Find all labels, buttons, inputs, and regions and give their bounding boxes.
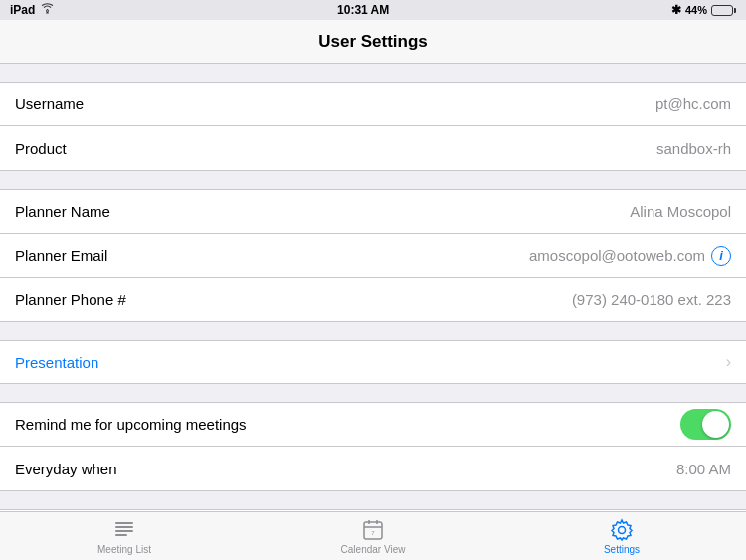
planner-email-label: Planner Email xyxy=(15,247,107,264)
battery-icon xyxy=(711,5,736,16)
tab-meeting-list-label: Meeting List xyxy=(97,544,151,555)
svg-rect-3 xyxy=(115,534,127,536)
username-row: Username pt@hc.com xyxy=(0,83,746,126)
spacer-3 xyxy=(0,322,746,340)
svg-text:7: 7 xyxy=(371,530,375,536)
remind-meetings-toggle[interactable] xyxy=(680,409,731,440)
wifi-icon xyxy=(40,3,55,17)
battery-percent: 44% xyxy=(685,4,707,16)
planner-email-row: Planner Email amoscopol@ootoweb.com i xyxy=(0,234,746,278)
spacer-1 xyxy=(0,64,746,82)
tab-calendar-view-label: Calendar View xyxy=(341,544,406,555)
settings-content: Username pt@hc.com Product sandbox-rh Pl… xyxy=(0,64,746,511)
planner-email-right: amoscopol@ootoweb.com i xyxy=(519,246,731,266)
tab-bar: Meeting List 7 Calendar View Settings xyxy=(0,511,746,560)
settings-icon xyxy=(610,518,634,542)
svg-point-9 xyxy=(619,526,626,533)
device-label: iPad xyxy=(10,3,35,17)
page-title: User Settings xyxy=(318,32,428,52)
planner-name-label: Planner Name xyxy=(15,203,110,220)
planner-name-row: Planner Name Alina Moscopol xyxy=(0,190,746,234)
spacer-4 xyxy=(0,384,746,402)
spacer-5 xyxy=(0,491,746,509)
page-title-bar: User Settings xyxy=(0,20,746,64)
product-row: Product sandbox-rh xyxy=(0,126,746,170)
planner-phone-row: Planner Phone # (973) 240-0180 ext. 223 xyxy=(0,278,746,321)
planner-email-info-icon[interactable]: i xyxy=(711,246,731,266)
svg-rect-0 xyxy=(115,522,133,524)
username-value: pt@hc.com xyxy=(655,95,731,112)
planner-email-value: amoscopol@ootoweb.com xyxy=(529,247,705,264)
everyday-when-row: Everyday when 8:00 AM xyxy=(0,447,746,490)
svg-rect-1 xyxy=(115,526,133,528)
status-left: iPad xyxy=(10,3,55,17)
presentation-chevron-icon: › xyxy=(726,353,731,371)
username-label: Username xyxy=(15,95,84,112)
spacer-2 xyxy=(0,171,746,189)
remind-meetings-row: Remind me for upcoming meetings xyxy=(0,403,746,447)
svg-rect-2 xyxy=(115,530,133,532)
everyday-when-label: Everyday when xyxy=(15,461,117,477)
calendar-icon: 7 xyxy=(361,518,385,542)
tab-settings-label: Settings xyxy=(604,544,640,555)
toggle-knob xyxy=(702,411,729,438)
meeting-list-icon xyxy=(112,518,136,542)
bluetooth-icon: ✱ xyxy=(671,3,681,17)
tab-calendar-view[interactable]: 7 Calendar View xyxy=(249,518,497,555)
planner-section: Planner Name Alina Moscopol Planner Emai… xyxy=(0,189,746,322)
status-time: 10:31 AM xyxy=(337,3,389,17)
tab-settings[interactable]: Settings xyxy=(497,518,746,555)
presentation-row[interactable]: Presentation › xyxy=(0,340,746,384)
remind-meetings-label: Remind me for upcoming meetings xyxy=(15,416,247,433)
tab-meeting-list[interactable]: Meeting List xyxy=(0,518,249,555)
everyday-when-value: 8:00 AM xyxy=(676,461,731,477)
presentation-label: Presentation xyxy=(15,354,98,371)
status-right: ✱ 44% xyxy=(671,3,736,17)
status-bar: iPad 10:31 AM ✱ 44% xyxy=(0,0,746,20)
planner-name-value: Alina Moscopol xyxy=(630,203,731,220)
planner-phone-value: (973) 240-0180 ext. 223 xyxy=(572,291,731,308)
reminders-section: Remind me for upcoming meetings Everyday… xyxy=(0,402,746,491)
planner-phone-label: Planner Phone # xyxy=(15,291,126,308)
product-value: sandbox-rh xyxy=(656,140,731,157)
product-label: Product xyxy=(15,140,67,157)
account-section: Username pt@hc.com Product sandbox-rh xyxy=(0,82,746,171)
